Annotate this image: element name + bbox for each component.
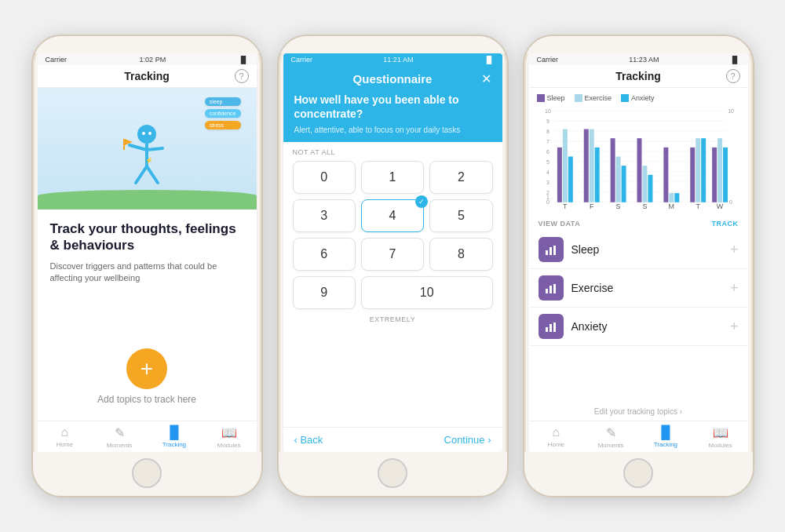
- tab-tracking-3[interactable]: ▐▌ Tracking: [638, 421, 693, 452]
- add-topics-button[interactable]: + Add topics to track here: [50, 348, 244, 413]
- anxiety-icon: [539, 314, 564, 339]
- help-button[interactable]: ?: [235, 69, 249, 83]
- answer-1[interactable]: 1: [361, 161, 424, 194]
- phone-2-top-bar: [279, 36, 507, 53]
- tab-tracking[interactable]: ▐▌ Tracking: [147, 421, 202, 452]
- battery-icons-2: ▐▌: [484, 56, 495, 64]
- bar-t2-anxiety: [701, 138, 706, 202]
- svg-text:5: 5: [546, 159, 550, 165]
- svg-rect-41: [546, 250, 548, 255]
- legend-anxiety: Anxiety: [621, 94, 655, 102]
- tab-home-3[interactable]: ⌂ Home: [529, 421, 584, 452]
- page-title-3: Tracking: [615, 70, 661, 82]
- home-button-3[interactable]: [623, 458, 653, 488]
- tab-modules-3[interactable]: 📖 Modules: [693, 421, 748, 452]
- phone-1-top-bar: [33, 36, 261, 53]
- bar-t2-sleep: [690, 148, 695, 202]
- svg-text:4: 4: [546, 169, 550, 175]
- phone-1-bottom: [33, 452, 261, 496]
- list-item-sleep[interactable]: Sleep +: [529, 231, 748, 269]
- tab-tracking-label-3: Tracking: [654, 441, 677, 448]
- svg-point-1: [142, 132, 145, 135]
- tab-moments-label-3: Moments: [598, 442, 624, 449]
- phone-3: Carrier 11:23 AM ▐▌ Tracking ? Slee: [523, 35, 754, 497]
- questionnaire-footer: ‹ Back Continue ›: [283, 427, 502, 452]
- bar-w-exercise: [717, 138, 722, 202]
- bar-s1-exercise: [615, 157, 620, 202]
- phone-3-top-bar: [524, 36, 753, 53]
- hero-area: sleep confidence stress: [38, 88, 257, 210]
- page-title: Tracking: [124, 70, 170, 82]
- help-button-3[interactable]: ?: [726, 69, 740, 83]
- bar-m-anxiety: [674, 193, 679, 202]
- svg-text:W: W: [716, 202, 723, 209]
- back-button[interactable]: ‹ Back: [294, 434, 323, 446]
- bar-chart: 10 9 8 7 6 5 4 3 2 1 0 10 0: [537, 107, 740, 209]
- tab-modules[interactable]: 📖 Modules: [202, 421, 257, 452]
- svg-rect-43: [553, 246, 556, 255]
- answer-6[interactable]: 6: [293, 238, 356, 271]
- svg-text:3: 3: [546, 180, 550, 185]
- extremely-label: EXTREMELY: [293, 315, 493, 323]
- answer-2[interactable]: 2: [429, 161, 492, 194]
- modules-icon: 📖: [221, 425, 237, 440]
- p3-body: Sleep Exercise Anxiety: [529, 88, 748, 421]
- time-label-2: 11:21 AM: [383, 56, 413, 64]
- anxiety-color-dot: [621, 94, 629, 102]
- svg-text:T: T: [696, 202, 700, 209]
- answer-10[interactable]: 10: [361, 276, 493, 309]
- svg-text:10: 10: [728, 108, 734, 114]
- answer-4[interactable]: 4 ✓: [361, 199, 424, 232]
- legend-anxiety-label: Anxiety: [631, 94, 655, 102]
- phone-3-screen: Carrier 11:23 AM ▐▌ Tracking ? Slee: [529, 53, 748, 452]
- exercise-add-button[interactable]: +: [730, 280, 739, 297]
- bar-t-exercise: [562, 129, 567, 202]
- svg-text:0: 0: [729, 199, 732, 205]
- tab-home-label: Home: [57, 441, 73, 448]
- list-item-anxiety[interactable]: Anxiety +: [529, 308, 748, 346]
- answer-7[interactable]: 7: [361, 238, 424, 271]
- bar-m-exercise: [669, 193, 674, 202]
- edit-topics-link[interactable]: Edit your tracking topics ›: [529, 403, 748, 421]
- answer-9[interactable]: 9: [293, 276, 356, 309]
- answer-5[interactable]: 5: [429, 199, 492, 232]
- home-icon: ⌂: [61, 425, 69, 439]
- bar-chart-icon-exercise: [544, 281, 558, 295]
- tab-home-label-3: Home: [548, 441, 564, 448]
- not-at-all-label: NOT AT ALL: [293, 148, 493, 156]
- battery-icons: ▐▌: [239, 56, 249, 64]
- answer-8[interactable]: 8: [429, 238, 492, 271]
- bar-s2-exercise: [642, 166, 647, 202]
- phone-1-tab-bar: ⌂ Home ✎ Moments ▐▌ Tracking 📖 Modules: [38, 421, 257, 452]
- answer-0[interactable]: 0: [293, 161, 356, 194]
- svg-text:⚡: ⚡: [145, 156, 153, 164]
- bar-t-anxiety: [568, 157, 572, 202]
- svg-rect-46: [553, 284, 556, 293]
- tab-moments-3[interactable]: ✎ Moments: [583, 421, 638, 452]
- phone-2-status-bar: Carrier 11:21 AM ▐▌: [283, 53, 502, 65]
- sleep-add-button[interactable]: +: [730, 242, 739, 258]
- list-item-exercise[interactable]: Exercise +: [529, 269, 748, 308]
- track-label: TRACK: [712, 220, 739, 228]
- tab-home[interactable]: ⌂ Home: [38, 421, 93, 452]
- bubble-sleep: sleep: [205, 97, 241, 106]
- home-button-2[interactable]: [378, 458, 407, 488]
- question-text: How well have you been able to concentra…: [294, 93, 491, 121]
- add-topics-label: Add topics to track here: [97, 394, 196, 405]
- svg-rect-8: [123, 139, 125, 150]
- time-label-3: 11:23 AM: [629, 56, 659, 64]
- p1-content: Track your thoughts, feelings & behaviou…: [38, 210, 257, 421]
- tracking-icon-3: ▐▌: [657, 425, 675, 439]
- tab-moments[interactable]: ✎ Moments: [92, 421, 147, 452]
- close-button[interactable]: ✕: [476, 71, 491, 86]
- bar-chart-icon-sleep: [544, 242, 558, 257]
- bar-t2-exercise: [696, 138, 700, 202]
- plus-circle-icon[interactable]: +: [126, 348, 167, 389]
- carrier-label-2: Carrier: [291, 56, 313, 64]
- anxiety-add-button[interactable]: +: [730, 319, 739, 335]
- answer-3[interactable]: 3: [293, 199, 356, 232]
- svg-text:S: S: [615, 202, 620, 209]
- continue-button[interactable]: Continue ›: [444, 434, 491, 446]
- sleep-color-dot: [537, 94, 545, 102]
- home-button[interactable]: [132, 458, 162, 488]
